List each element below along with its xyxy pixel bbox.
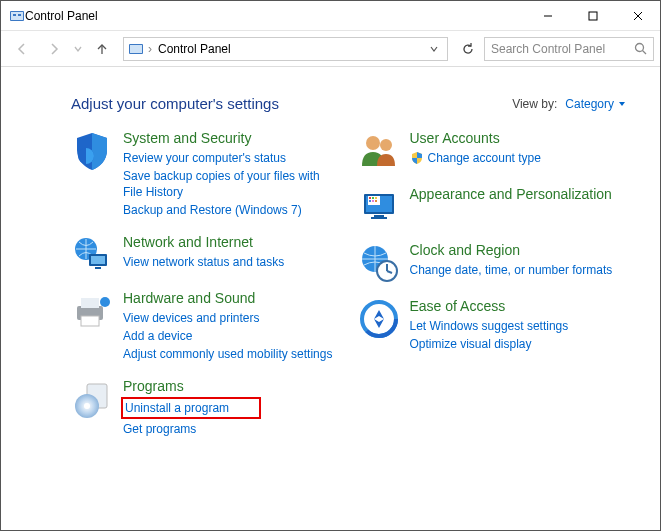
- task-link[interactable]: Adjust commonly used mobility settings: [123, 346, 340, 362]
- page-title: Adjust your computer's settings: [71, 95, 512, 112]
- up-button[interactable]: [87, 34, 117, 64]
- task-link[interactable]: Review your computer's status: [123, 150, 340, 166]
- control-panel-icon: [9, 8, 25, 24]
- heading-row: Adjust your computer's settings View by:…: [71, 95, 626, 112]
- svg-point-27: [380, 139, 392, 151]
- category-user-accounts: User Accounts Change account type: [358, 130, 627, 172]
- task-link[interactable]: View devices and printers: [123, 310, 340, 326]
- category-ease-of-access: Ease of Access Let Windows suggest setti…: [358, 298, 627, 354]
- svg-rect-38: [371, 217, 387, 219]
- toolbar: › Control Panel Search Control Panel: [1, 31, 660, 67]
- forward-button[interactable]: [39, 34, 69, 64]
- category-clock-region: Clock and Region Change date, time, or n…: [358, 242, 627, 284]
- globe-icon: [71, 234, 113, 276]
- category-title[interactable]: User Accounts: [410, 130, 627, 148]
- breadcrumb[interactable]: Control Panel: [158, 42, 421, 56]
- back-button[interactable]: [7, 34, 37, 64]
- svg-marker-13: [619, 102, 625, 106]
- disc-icon: [71, 378, 113, 420]
- svg-point-11: [636, 44, 644, 52]
- chevron-down-icon[interactable]: [425, 44, 443, 54]
- svg-point-26: [366, 136, 380, 150]
- task-link[interactable]: Add a device: [123, 328, 340, 344]
- view-by-dropdown[interactable]: Category: [565, 97, 626, 111]
- svg-point-22: [100, 297, 110, 307]
- svg-rect-20: [81, 298, 99, 308]
- task-link[interactable]: Change account type: [410, 150, 627, 166]
- svg-rect-17: [91, 256, 105, 264]
- address-bar[interactable]: › Control Panel: [123, 37, 448, 61]
- svg-rect-32: [372, 197, 374, 199]
- category-title[interactable]: Clock and Region: [410, 242, 627, 260]
- svg-rect-10: [130, 45, 142, 53]
- category-system-security: System and Security Review your computer…: [71, 130, 340, 220]
- monitor-icon: [358, 186, 400, 228]
- svg-rect-2: [13, 14, 16, 16]
- category-title[interactable]: Hardware and Sound: [123, 290, 340, 308]
- svg-rect-3: [18, 14, 21, 16]
- search-placeholder: Search Control Panel: [491, 42, 628, 56]
- uac-shield-icon: [410, 151, 424, 165]
- svg-rect-34: [369, 200, 371, 202]
- category-title[interactable]: Ease of Access: [410, 298, 627, 316]
- svg-line-12: [643, 51, 647, 55]
- category-title[interactable]: Network and Internet: [123, 234, 340, 252]
- view-by-value: Category: [565, 97, 614, 111]
- category-hardware-sound: Hardware and Sound View devices and prin…: [71, 290, 340, 364]
- svg-rect-35: [372, 200, 374, 202]
- minimize-button[interactable]: [525, 1, 570, 30]
- svg-rect-36: [375, 200, 377, 202]
- category-network-internet: Network and Internet View network status…: [71, 234, 340, 276]
- svg-rect-21: [81, 316, 99, 326]
- search-input[interactable]: Search Control Panel: [484, 37, 654, 61]
- task-link[interactable]: Let Windows suggest settings: [410, 318, 627, 334]
- view-by: View by: Category: [512, 97, 626, 111]
- category-title[interactable]: Programs: [123, 378, 340, 396]
- search-icon: [634, 42, 647, 55]
- task-link[interactable]: Backup and Restore (Windows 7): [123, 202, 340, 218]
- svg-rect-5: [589, 12, 597, 20]
- svg-rect-31: [369, 197, 371, 199]
- task-link[interactable]: Optimize visual display: [410, 336, 627, 352]
- view-by-label: View by:: [512, 97, 557, 111]
- control-panel-icon: [128, 41, 144, 57]
- category-appearance: Appearance and Personalization: [358, 186, 627, 228]
- left-column: System and Security Review your computer…: [71, 130, 340, 453]
- task-link[interactable]: View network status and tasks: [123, 254, 340, 270]
- svg-rect-1: [11, 12, 23, 20]
- right-column: User Accounts Change account type Appear…: [358, 130, 627, 368]
- svg-rect-37: [374, 215, 384, 217]
- svg-marker-45: [374, 310, 384, 319]
- shield-icon: [71, 130, 113, 172]
- content-area: Adjust your computer's settings View by:…: [1, 67, 660, 530]
- chevron-right-icon: ›: [148, 42, 154, 56]
- category-title[interactable]: Appearance and Personalization: [410, 186, 627, 204]
- category-title[interactable]: System and Security: [123, 130, 340, 148]
- task-link[interactable]: Change date, time, or number formats: [410, 262, 627, 278]
- chevron-down-icon: [618, 100, 626, 108]
- clock-globe-icon: [358, 242, 400, 284]
- category-programs: Programs Uninstall a program Get program…: [71, 378, 340, 439]
- refresh-button[interactable]: [454, 37, 482, 61]
- highlight-box: Uninstall a program: [121, 397, 261, 419]
- control-panel-window: Control Panel › Control Panel: [0, 0, 661, 531]
- window-title: Control Panel: [25, 9, 525, 23]
- titlebar: Control Panel: [1, 1, 660, 31]
- svg-marker-46: [374, 319, 384, 328]
- printer-icon: [71, 290, 113, 332]
- people-icon: [358, 130, 400, 172]
- ease-icon: [358, 298, 400, 340]
- task-link[interactable]: Save backup copies of your files with Fi…: [123, 168, 340, 200]
- svg-rect-18: [95, 267, 101, 269]
- svg-rect-33: [375, 197, 377, 199]
- svg-point-25: [84, 403, 90, 409]
- close-button[interactable]: [615, 1, 660, 30]
- task-link[interactable]: Get programs: [123, 421, 340, 437]
- recent-dropdown[interactable]: [71, 34, 85, 64]
- task-link-uninstall[interactable]: Uninstall a program: [125, 400, 229, 416]
- maximize-button[interactable]: [570, 1, 615, 30]
